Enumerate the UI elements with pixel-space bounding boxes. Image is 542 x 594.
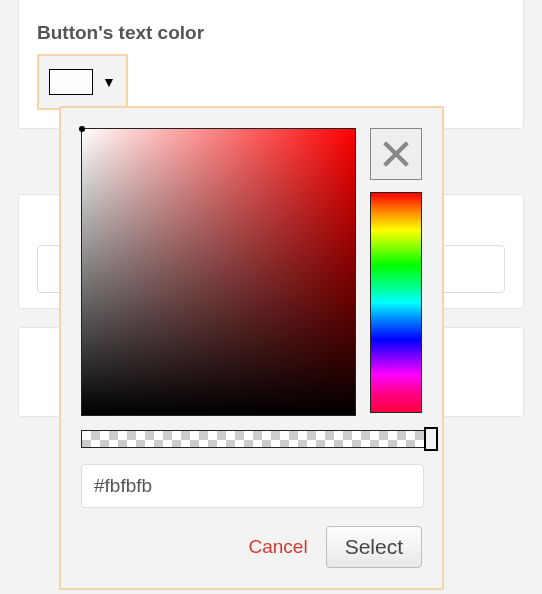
sv-cursor[interactable] <box>79 126 85 132</box>
alpha-slider[interactable] <box>81 430 433 448</box>
select-button[interactable]: Select <box>326 526 422 568</box>
chevron-down-icon: ▼ <box>102 75 116 89</box>
picker-right-column <box>370 128 422 413</box>
hue-slider[interactable] <box>370 192 422 413</box>
color-picker-popover: Cancel Select <box>59 106 444 590</box>
picker-actions: Cancel Select <box>81 526 422 568</box>
close-icon <box>379 137 413 171</box>
color-swatch-box <box>49 69 93 95</box>
alpha-slider-handle[interactable] <box>424 427 438 451</box>
close-button[interactable] <box>370 128 422 180</box>
saturation-value-panel[interactable] <box>81 128 356 416</box>
color-trigger[interactable]: ▼ <box>37 54 128 110</box>
hex-input[interactable] <box>81 464 424 508</box>
cancel-button[interactable]: Cancel <box>248 536 307 558</box>
picker-top-row <box>81 128 422 416</box>
field-label: Button's text color <box>37 22 505 44</box>
